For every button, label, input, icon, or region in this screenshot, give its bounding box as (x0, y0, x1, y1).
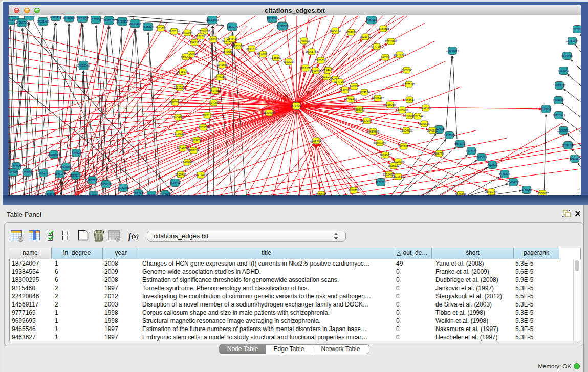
svg-text:12213967: 12213967 (385, 40, 397, 43)
svg-text:2987682: 2987682 (366, 18, 377, 21)
svg-text:16107563: 16107563 (169, 101, 181, 104)
svg-text:7955812: 7955812 (315, 59, 326, 62)
svg-text:16543362: 16543362 (188, 41, 201, 44)
svg-text:2867608: 2867608 (232, 45, 243, 48)
svg-text:19218506: 19218506 (276, 25, 289, 28)
svg-text:1171211: 1171211 (376, 181, 386, 184)
svg-text:12213383: 12213383 (173, 86, 186, 89)
svg-text:15751074: 15751074 (566, 39, 578, 42)
svg-text:10025438: 10025438 (396, 108, 408, 112)
svg-text:2718176: 2718176 (177, 70, 188, 73)
svg-text:8454749: 8454749 (246, 47, 257, 50)
svg-text:2522544: 2522544 (393, 175, 403, 178)
svg-text:9427552: 9427552 (209, 89, 220, 92)
svg-text:1193845: 1193845 (316, 193, 326, 195)
svg-text:9777169: 9777169 (371, 45, 382, 48)
svg-text:746266: 746266 (350, 85, 359, 88)
svg-text:6879197: 6879197 (454, 142, 465, 145)
svg-text:8660124: 8660124 (168, 30, 179, 33)
svg-text:15692911: 15692911 (557, 129, 570, 132)
svg-text:16033809: 16033809 (206, 18, 219, 21)
svg-text:9115460: 9115460 (420, 106, 431, 110)
svg-text:8123405: 8123405 (160, 193, 170, 195)
svg-text:9329965: 9329965 (561, 54, 572, 57)
svg-text:2077105: 2077105 (24, 16, 34, 18)
svg-text:985779: 985779 (434, 152, 444, 155)
svg-text:11584847: 11584847 (50, 16, 62, 18)
svg-text:1145194: 1145194 (54, 172, 65, 176)
svg-text:9084067: 9084067 (380, 154, 390, 157)
svg-text:7625402: 7625402 (175, 173, 186, 176)
svg-text:8031440: 8031440 (214, 76, 225, 79)
svg-text:2935114: 2935114 (476, 156, 487, 159)
svg-text:16046766: 16046766 (177, 147, 189, 150)
svg-text:20364436: 20364436 (344, 98, 357, 101)
svg-text:1117110: 1117110 (572, 28, 581, 31)
svg-text:14055712: 14055712 (16, 21, 28, 24)
svg-text:1615132: 1615132 (388, 164, 399, 167)
svg-text:9474444: 9474444 (466, 149, 476, 152)
svg-text:9699695: 9699695 (419, 122, 429, 125)
svg-text:1621072: 1621072 (360, 35, 371, 38)
svg-text:3915401: 3915401 (9, 171, 19, 174)
svg-text:16154808: 16154808 (377, 27, 389, 30)
svg-text:10054112: 10054112 (507, 181, 519, 184)
svg-text:9827503: 9827503 (195, 35, 206, 38)
svg-text:16914479: 16914479 (194, 173, 207, 177)
svg-text:20691406: 20691406 (37, 20, 49, 23)
svg-text:1527602: 1527602 (90, 18, 101, 21)
svg-text:13353594: 13353594 (197, 126, 209, 129)
svg-text:6216020: 6216020 (384, 103, 395, 106)
svg-text:4315061: 4315061 (11, 165, 21, 168)
svg-text:989017: 989017 (181, 55, 190, 58)
svg-text:16210643: 16210643 (553, 114, 565, 117)
svg-text:417006: 417006 (209, 101, 219, 104)
svg-text:19756928: 19756928 (398, 145, 410, 148)
svg-text:19654983: 19654983 (172, 116, 184, 119)
svg-text:1538852: 1538852 (270, 56, 281, 59)
svg-text:7663822: 7663822 (155, 27, 166, 30)
svg-text:8079409: 8079409 (455, 193, 466, 195)
svg-text:10807487: 10807487 (372, 97, 384, 100)
svg-text:1626251: 1626251 (300, 67, 311, 70)
svg-text:8471676: 8471676 (499, 172, 510, 176)
svg-text:6466160: 6466160 (103, 19, 114, 22)
svg-text:1646821: 1646821 (427, 129, 438, 132)
svg-text:17359918: 17359918 (70, 151, 82, 155)
svg-text:19166329: 19166329 (173, 132, 185, 135)
svg-text:8685577: 8685577 (9, 16, 19, 17)
svg-text:17375115: 17375115 (403, 83, 415, 86)
svg-text:20031404: 20031404 (485, 190, 497, 193)
svg-text:12093822: 12093822 (553, 84, 565, 87)
svg-text:16671355: 16671355 (129, 22, 141, 25)
svg-text:3220921: 3220921 (88, 193, 99, 195)
svg-text:20206555: 20206555 (48, 153, 60, 156)
svg-text:12942757: 12942757 (37, 171, 50, 174)
svg-text:2345416: 2345416 (227, 37, 237, 40)
svg-text:6794028: 6794028 (345, 31, 356, 34)
svg-text:5678334: 5678334 (191, 139, 202, 142)
svg-text:12505135: 12505135 (70, 174, 82, 177)
svg-text:16961758: 16961758 (306, 50, 318, 53)
svg-text:15300295: 15300295 (263, 111, 275, 114)
svg-text:7386372: 7386372 (354, 108, 364, 111)
svg-text:16782759: 16782759 (117, 186, 129, 189)
svg-text:8990443: 8990443 (330, 29, 340, 32)
svg-text:2252244: 2252244 (412, 115, 423, 118)
svg-text:8186323: 8186323 (208, 38, 219, 41)
svg-text:7632621: 7632621 (487, 163, 497, 166)
svg-text:10973493: 10973493 (394, 53, 406, 56)
svg-text:10853257: 10853257 (76, 17, 89, 20)
svg-text:2242848: 2242848 (216, 63, 227, 67)
svg-text:9983893: 9983893 (45, 193, 55, 195)
svg-text:(x): (x) (132, 233, 139, 240)
svg-text:7357274: 7357274 (227, 25, 237, 28)
svg-text:6794402: 6794402 (322, 69, 333, 72)
svg-text:5115958: 5115958 (540, 107, 551, 111)
svg-text:1610756: 1610756 (348, 189, 359, 192)
svg-text:10958187: 10958187 (100, 183, 112, 186)
svg-text:6497508: 6497508 (339, 89, 350, 92)
svg-text:29053346: 29053346 (77, 64, 90, 67)
svg-text:1244415: 1244415 (553, 99, 563, 102)
svg-text:9227342: 9227342 (558, 69, 569, 72)
